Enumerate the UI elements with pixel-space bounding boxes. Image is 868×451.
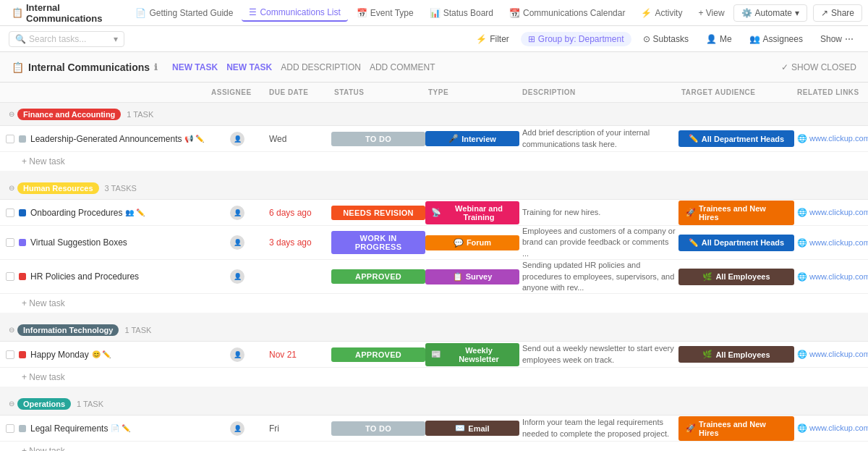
status-badge[interactable]: WORK IN PROGRESS [331,231,425,254]
type-icon: ✉️ [455,423,465,433]
task-status-cell: TO DO [331,421,425,436]
group-toggle-finance[interactable]: ⊖ [6,109,17,120]
status-badge[interactable]: APPROVED [331,347,425,362]
group-header-operations[interactable]: ⊖ Operations 1 TASK [0,392,868,416]
me-button[interactable]: 👤 Me [700,32,738,46]
col-status: STATUS [331,83,425,102]
type-badge[interactable]: ✉️ Email [425,421,519,436]
show-button[interactable]: Show ⋯ [814,32,859,46]
assignees-button[interactable]: 👥 Assignees [744,32,809,46]
task-color-dot [19,273,26,280]
new-task-button[interactable]: + New task [0,442,868,451]
group-toggle-it[interactable]: ⊖ [6,324,17,336]
new-task-button[interactable]: NEW TASK [172,62,218,72]
search-icon: 🔍 [15,34,26,44]
task-link-cell: 🌐 www.clickup.com [794,238,868,248]
task-description: Sending updated HR policies and procedur… [519,260,678,293]
calendar-icon: 📆 [509,8,520,18]
type-badge[interactable]: 📋 Survey [425,269,519,284]
new-task-button[interactable]: + New task [0,294,868,313]
group-header-it[interactable]: ⊖ Information Technology 1 TASK [0,319,868,342]
type-badge[interactable]: 💬 Forum [425,235,519,250]
new-task-button[interactable]: + New task [0,152,868,171]
target-badge[interactable]: 🌿 All Employees [678,269,794,285]
table-row[interactable]: Onboarding Procedures 👥 ✏️ 👤 6 days ago … [0,200,868,226]
new-task-button[interactable]: + New task [0,368,868,387]
tab-activity[interactable]: ⚡ Activity [634,5,689,21]
task-link-cell: 🌐 www.clickup.com [794,350,868,359]
task-checkbox[interactable] [6,208,14,217]
target-label: All Employees [715,272,770,281]
search-input[interactable]: 🔍 Search tasks... ▾ [9,31,124,47]
add-comment-button[interactable]: ADD COMMENT [370,62,435,72]
task-icons: 😊 ✏️ [92,350,111,358]
target-badge[interactable]: 🚀 Trainees and New Hires [678,416,794,441]
type-badge[interactable]: 📰 Weekly Newsletter [425,343,519,366]
task-checkbox[interactable] [6,238,14,247]
add-description-button[interactable]: ADD DESCRIPTION [281,62,361,72]
avatar: 👤 [230,347,244,362]
info-icon[interactable]: ℹ [154,62,158,72]
task-checkbox[interactable] [6,135,14,143]
group-toggle-operations[interactable]: ⊖ [6,398,17,410]
automate-button[interactable]: ⚙️ Automate ▾ [733,4,807,22]
avatar: 👤 [230,132,244,146]
link-text[interactable]: www.clickup.com [809,272,868,281]
status-badge[interactable]: TO DO [331,132,425,146]
tab-getting-started[interactable]: 📄 Getting Started Guide [128,5,240,21]
target-icon: ✏️ [689,134,699,143]
table-row[interactable]: Virtual Suggestion Boxes 👤 3 days ago WO… [0,226,868,260]
status-badge[interactable]: NEEDS REVISION [331,206,425,220]
tab-status-board[interactable]: 📊 Status Board [422,5,501,21]
show-closed-button[interactable]: ✓ SHOW CLOSED [781,62,856,72]
new-task-label[interactable]: NEW TASK [226,62,272,72]
app-logo: 📋 Internal Communications [6,2,127,24]
group-header-finance[interactable]: ⊖ Finance and Accounting 1 TASK [0,103,868,126]
filter-button[interactable]: ⚡ Filter [470,32,515,46]
group-header-hr[interactable]: ⊖ Human Resources 3 TASKS [0,177,868,200]
task-checkbox[interactable] [6,350,14,359]
target-badge[interactable]: 🚀 Trainees and New Hires [678,201,794,225]
subtasks-button[interactable]: ⊙ Subtasks [637,32,694,46]
tab-view-add[interactable]: + View [691,5,731,21]
target-badge[interactable]: ✏️ All Department Heads [678,235,794,251]
checkmark-icon: ✓ [781,62,788,72]
table-row[interactable]: Legal Requirements 📄 ✏️ 👤 Fri TO DO ✉️ E… [0,416,868,442]
task-description: Employees and customers of a company or … [519,226,678,259]
table-row[interactable]: Happy Monday 😊 ✏️ 👤 Nov 21 APPROVED 📰 We… [0,342,868,368]
avatar: 👤 [230,421,244,436]
status-badge[interactable]: APPROVED [331,269,425,284]
link-text[interactable]: www.clickup.com [809,134,868,143]
tab-event-type[interactable]: 📅 Event Type [349,5,421,21]
link-text[interactable]: www.clickup.com [809,238,868,247]
col-due-date: DUE DATE [266,83,331,102]
table-row[interactable]: HR Policies and Procedures 👤 APPROVED 📋 … [0,260,868,294]
target-label: Trainees and New Hires [699,204,787,222]
task-checkbox[interactable] [6,424,14,433]
globe-icon: 🌐 [797,238,807,247]
task-type-cell: 📡 Webinar and Training [425,201,519,224]
table-row[interactable]: Leadership-Generated Announcements 📢 ✏️ … [0,126,868,152]
type-badge[interactable]: 🎤 Interview [425,131,519,146]
group-toggle-hr[interactable]: ⊖ [6,182,17,194]
link-text[interactable]: www.clickup.com [809,208,868,216]
target-badge[interactable]: ✏️ All Department Heads [678,130,794,147]
link-text[interactable]: www.clickup.com [809,350,868,358]
task-checkbox[interactable] [6,272,14,281]
group-section-operations: ⊖ Operations 1 TASK Legal Requirements 📄… [0,392,868,451]
type-badge[interactable]: 📡 Webinar and Training [425,201,519,224]
group-icon: ⊞ [528,34,535,44]
target-badge[interactable]: 🌿 All Employees [678,346,794,363]
tab-communications-list[interactable]: ☰ Communications List [242,4,347,22]
type-icon: 📋 [453,272,463,282]
automate-icon: ⚙️ [741,8,752,18]
toolbar: 🔍 Search tasks... ▾ ⚡ Filter ⊞ Group by:… [0,26,868,52]
group-by-button[interactable]: ⊞ Group by: Department [521,32,631,46]
task-assignee-cell: 👤 [208,235,266,250]
status-badge[interactable]: TO DO [331,421,425,436]
tab-comm-calendar[interactable]: 📆 Communications Calendar [502,5,632,21]
share-button[interactable]: ↗ Share [813,4,862,22]
link-text[interactable]: www.clickup.com [809,423,868,432]
filter-icon: ⚡ [476,34,487,44]
group-count-operations: 1 TASK [77,400,103,408]
